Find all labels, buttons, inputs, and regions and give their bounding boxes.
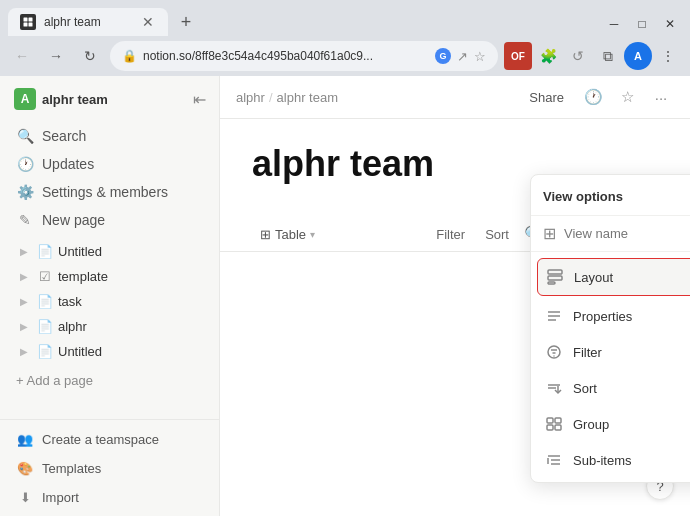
layout-icon xyxy=(544,266,566,288)
forward-button[interactable]: → xyxy=(42,42,70,70)
page-icon: 📄 xyxy=(36,242,54,260)
workspace-button[interactable]: A alphr team xyxy=(8,84,187,114)
teamspace-icon: 👥 xyxy=(16,430,34,448)
sidebar-item-label: Settings & members xyxy=(42,184,168,200)
extension-window-button[interactable]: ⧉ xyxy=(594,42,622,70)
top-bar: alphr / alphr team Share 🕐 ☆ ··· xyxy=(220,76,690,119)
share-icon: ↗ xyxy=(457,49,468,64)
view-options-panel: View options ✕ ⊞ xyxy=(530,174,690,483)
history-button[interactable]: 🕐 xyxy=(580,84,606,110)
chevron-icon: ▶ xyxy=(16,243,32,259)
sidebar-create-teamspace[interactable]: 👥 Create a teamspace xyxy=(4,425,215,453)
page-icon: 📄 xyxy=(36,292,54,310)
share-button[interactable]: Share xyxy=(521,87,572,108)
extension-refresh-button[interactable]: ↺ xyxy=(564,42,592,70)
extension-puzzle-button[interactable]: 🧩 xyxy=(534,42,562,70)
view-option-filter[interactable]: Filter None › xyxy=(531,334,690,370)
browser-chrome: alphr team ✕ + ─ □ ✕ ← → ↻ 🔒 notion.so/8… xyxy=(0,0,690,76)
table-view-icon: ⊞ xyxy=(543,224,556,243)
app-body: A alphr team ⇤ 🔍 Search 🕐 Updates ⚙️ Set… xyxy=(0,76,690,516)
sort-button[interactable]: Sort xyxy=(477,223,517,246)
sidebar-add-page[interactable]: + Add a page xyxy=(4,369,215,392)
properties-label: Properties xyxy=(573,309,690,324)
sort-icon xyxy=(543,377,565,399)
sidebar-page-untitled-2[interactable]: ▶ 📄 Untitled xyxy=(4,339,215,363)
gear-icon: ⚙️ xyxy=(16,183,34,201)
svg-rect-4 xyxy=(548,270,562,274)
search-icon: 🔍 xyxy=(16,127,34,145)
page-label: Untitled xyxy=(58,244,102,259)
view-option-layout[interactable]: Layout Table › xyxy=(537,258,690,296)
tab-bar: alphr team ✕ + ─ □ ✕ xyxy=(0,0,690,36)
sidebar-item-updates[interactable]: 🕐 Updates xyxy=(4,151,215,177)
view-option-properties[interactable]: Properties 2 shown › xyxy=(531,298,690,334)
sidebar-import[interactable]: ⬇ Import xyxy=(4,483,215,511)
view-option-group[interactable]: Group None › xyxy=(531,406,690,442)
view-option-sort[interactable]: Sort None › xyxy=(531,370,690,406)
page-label: task xyxy=(58,294,82,309)
lock-icon: 🔒 xyxy=(122,49,137,63)
sidebar-item-settings[interactable]: ⚙️ Settings & members xyxy=(4,179,215,205)
close-button[interactable]: ✕ xyxy=(658,12,682,36)
svg-rect-3 xyxy=(29,23,33,27)
sidebar-page-task[interactable]: ▶ 📄 task xyxy=(4,289,215,313)
svg-rect-1 xyxy=(29,18,33,22)
svg-rect-2 xyxy=(24,23,28,27)
group-icon xyxy=(543,413,565,435)
sidebar-item-label: Search xyxy=(42,128,86,144)
sub-items-label: Sub-items xyxy=(573,453,690,468)
google-icon: G xyxy=(435,48,451,64)
new-tab-button[interactable]: + xyxy=(172,8,200,36)
more-options-button[interactable]: ··· xyxy=(648,84,674,110)
minimize-button[interactable]: ─ xyxy=(602,12,626,36)
maximize-button[interactable]: □ xyxy=(630,12,654,36)
sidebar-add-page-label: + Add a page xyxy=(16,373,93,388)
refresh-button[interactable]: ↻ xyxy=(76,42,104,70)
bookmark-icon: ☆ xyxy=(474,49,486,64)
filter-button[interactable]: Filter xyxy=(428,223,473,246)
url-bar[interactable]: 🔒 notion.so/8ff8e3c54a4c495ba040f61a0c9.… xyxy=(110,41,498,71)
tab-close-button[interactable]: ✕ xyxy=(140,14,156,30)
back-button[interactable]: ← xyxy=(8,42,36,70)
svg-rect-0 xyxy=(24,18,28,22)
svg-rect-20 xyxy=(555,425,561,430)
workspace-avatar: A xyxy=(14,88,36,110)
sidebar-item-search[interactable]: 🔍 Search xyxy=(4,123,215,149)
svg-rect-6 xyxy=(548,282,555,284)
profile-button[interactable]: A xyxy=(624,42,652,70)
sidebar-toggle-button[interactable]: ⇤ xyxy=(187,87,211,111)
sort-label: Sort xyxy=(573,381,690,396)
chevron-icon: ▶ xyxy=(16,293,32,309)
page-label: template xyxy=(58,269,108,284)
sidebar-page-alphr[interactable]: ▶ 📄 alphr xyxy=(4,314,215,338)
view-name-input[interactable] xyxy=(564,226,690,241)
sidebar-page-template[interactable]: ▶ ☑ template xyxy=(4,264,215,288)
db-table-view-button[interactable]: ⊞ Table ▾ xyxy=(252,223,323,246)
table-icon: ⊞ xyxy=(260,227,271,242)
url-text: notion.so/8ff8e3c54a4c495ba040f61a0c9... xyxy=(143,49,429,63)
sidebar-item-new-page[interactable]: ✎ New page xyxy=(4,207,215,233)
sidebar-top: A alphr team ⇤ xyxy=(0,80,219,118)
workspace-name: alphr team xyxy=(42,92,108,107)
import-icon: ⬇ xyxy=(16,488,34,506)
view-options-overlay: View options ✕ ⊞ xyxy=(530,174,690,483)
svg-rect-17 xyxy=(547,418,553,423)
page-icon: ☑ xyxy=(36,267,54,285)
sidebar-page-untitled-1[interactable]: ▶ 📄 Untitled xyxy=(4,239,215,263)
footer-label: Templates xyxy=(42,461,101,476)
extension-OF-button[interactable]: OF xyxy=(504,42,532,70)
plus-icon: ✎ xyxy=(16,211,34,229)
filter-label: Filter xyxy=(573,345,690,360)
menu-button[interactable]: ⋮ xyxy=(654,42,682,70)
sidebar-footer: 👥 Create a teamspace 🎨 Templates ⬇ Impor… xyxy=(0,419,219,512)
group-label: Group xyxy=(573,417,690,432)
active-tab[interactable]: alphr team ✕ xyxy=(8,8,168,36)
page-label: Untitled xyxy=(58,344,102,359)
star-button[interactable]: ☆ xyxy=(614,84,640,110)
sort-label: Sort xyxy=(485,227,509,242)
page-icon: 📄 xyxy=(36,317,54,335)
view-option-sub-items[interactable]: Sub-items Off › xyxy=(531,442,690,478)
sidebar-templates[interactable]: 🎨 Templates xyxy=(4,454,215,482)
sidebar: A alphr team ⇤ 🔍 Search 🕐 Updates ⚙️ Set… xyxy=(0,76,220,516)
breadcrumb-parent: alphr xyxy=(236,90,265,105)
